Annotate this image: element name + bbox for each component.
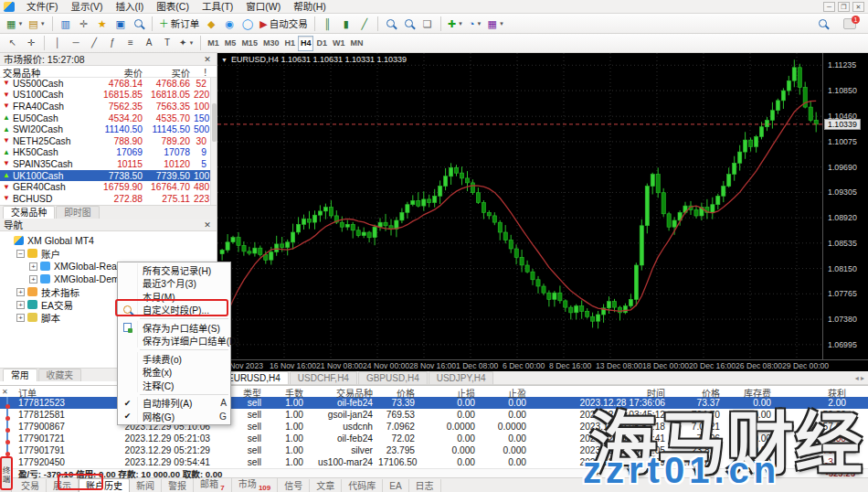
market-watch-row[interactable]: ▲EU50Cash4534.204535.70150 xyxy=(0,112,217,124)
timeframe-button-MN[interactable]: MN xyxy=(347,36,365,51)
close-icon[interactable]: ✕ xyxy=(202,55,213,64)
candlestick-chart[interactable] xyxy=(217,53,822,359)
bar-chart-type-button[interactable]: ║ xyxy=(319,16,337,32)
periods-button[interactable]: ◔▼ xyxy=(466,16,485,32)
terminal-tab-邮箱[interactable]: 邮箱 7 xyxy=(194,477,232,492)
timeframe-button-W1[interactable]: W1 xyxy=(330,36,348,51)
market-watch-row[interactable]: ▲HK50Cash17069170789 xyxy=(0,147,217,159)
menu-item-W[interactable]: 窗口(W) xyxy=(239,0,287,13)
expand-icon[interactable]: + xyxy=(16,301,25,309)
context-menu-item[interactable]: 税金(x) xyxy=(118,366,230,380)
market-watch-button[interactable]: ▥ xyxy=(57,16,75,32)
strategy-tester-button[interactable] xyxy=(130,16,148,32)
terminal-tab-新闻[interactable]: 新闻 xyxy=(130,479,162,492)
terminal-tab-EA[interactable]: EA xyxy=(383,479,408,492)
menu-item-H[interactable]: 帮助(H) xyxy=(287,0,333,13)
menu-item-T[interactable]: 工具(T) xyxy=(196,0,239,13)
website-button[interactable]: ◯ xyxy=(238,16,257,32)
horizontal-line-button[interactable]: ─ xyxy=(67,35,85,51)
tile-windows-button[interactable]: ❏ xyxy=(418,16,437,32)
market-watch-row[interactable]: ▼US100Cash16815.8516818.05220 xyxy=(0,90,217,102)
column-ask[interactable]: 买价 xyxy=(146,66,194,80)
expand-icon[interactable]: + xyxy=(29,275,37,283)
scrollbar[interactable] xyxy=(210,78,217,205)
timeframe-button-M30[interactable]: M30 xyxy=(260,36,282,51)
menu-item-C[interactable]: 图表(C) xyxy=(150,0,196,13)
terminal-tab-代码库[interactable]: 代码库 xyxy=(342,479,383,492)
navigator-item[interactable]: −账户 xyxy=(0,247,217,260)
menu-item-V[interactable]: 显示(V) xyxy=(64,0,109,13)
trendline-button[interactable]: ╱ xyxy=(85,35,103,51)
new-order-button[interactable]: ＋新订单 xyxy=(156,16,203,32)
chart-tab-usdchf[interactable]: USDCHF,H4 xyxy=(290,371,357,384)
navigator-button[interactable]: ★ xyxy=(93,16,111,32)
chevron-down-icon[interactable]: ▼ xyxy=(221,57,228,63)
terminal-button[interactable]: ▣ xyxy=(111,16,130,32)
market-watch-row[interactable]: ▲SWI20Cash11140.5011145.50500 xyxy=(0,123,217,135)
context-menu-item[interactable]: 本月(M) xyxy=(118,290,230,304)
close-icon[interactable]: ✕ xyxy=(202,220,213,230)
market-watch-row[interactable]: ▼NETH25Cash788.90789.2030 xyxy=(0,135,217,147)
timeframe-button-M5[interactable]: M5 xyxy=(222,36,239,51)
context-menu-item[interactable]: 手续费(o) xyxy=(118,352,230,366)
terminal-tab-账户历史[interactable]: 账户历史 xyxy=(79,478,130,492)
menu-item-F[interactable]: 文件(F) xyxy=(20,0,64,13)
fibonacci-button[interactable]: ƒ xyxy=(103,35,122,51)
vertical-line-button[interactable]: │ xyxy=(48,35,67,51)
line-chart-type-button[interactable]: ╱ xyxy=(355,16,374,32)
close-button[interactable]: ✕ xyxy=(852,2,864,12)
chart-tab-gbpusd[interactable]: GBPUSD,H4 xyxy=(358,371,428,384)
menu-item-I[interactable]: 插入(I) xyxy=(109,0,150,13)
column-symbol[interactable]: 交易品种 xyxy=(0,66,93,80)
crosshair-button[interactable]: ✛ xyxy=(22,35,40,51)
context-menu-item[interactable]: 保存为户口结单(S) xyxy=(118,321,230,335)
market-watch-row[interactable]: ▲UK100Cash7738.507739.50100 xyxy=(0,170,217,182)
terminal-tab-日志[interactable]: 日志 xyxy=(409,479,441,492)
notifications-button[interactable] xyxy=(841,16,859,32)
context-menu-item[interactable]: 自定义时段(P)... xyxy=(118,304,230,317)
chart-tab-usdjpy[interactable]: USDJPY,H4 xyxy=(429,371,494,384)
zoom-out-button[interactable] xyxy=(400,16,418,32)
market-watch-row[interactable]: ▼GER40Cash16759.9016764.70480 xyxy=(0,181,217,193)
close-icon[interactable]: ✕ xyxy=(2,388,8,396)
context-menu-item[interactable]: ✔网格(G)G xyxy=(118,410,230,423)
terminal-tab-信号[interactable]: 信号 xyxy=(278,479,310,492)
shapes-button[interactable]: ✦▼ xyxy=(176,35,196,51)
context-menu-item[interactable]: 注释(C) xyxy=(118,379,230,392)
context-menu-item[interactable]: 最近3个月(3) xyxy=(118,277,230,291)
column-bid[interactable]: 卖价 xyxy=(93,66,146,80)
navigator-tab-favorites[interactable]: 收藏夹 xyxy=(38,369,81,381)
market-watch-tab-symbols[interactable]: 交易品种 xyxy=(3,206,55,219)
context-menu-item[interactable]: 保存为详细户口结单(D) xyxy=(118,335,230,348)
market-watch-row[interactable]: ▼FRA40Cash7562.357563.35100 xyxy=(0,101,217,112)
context-menu-item[interactable]: ✔自动排列(A)A xyxy=(118,397,230,411)
chart-window[interactable]: 1.112351.108501.104601.100751.096901.093… xyxy=(217,53,868,371)
search-button[interactable] xyxy=(813,16,831,32)
terminal-tab-展示[interactable]: 展示 xyxy=(47,479,79,492)
context-menu-item[interactable]: 所有交易记录(H) xyxy=(118,263,230,277)
community-button[interactable]: ◉ xyxy=(220,16,238,32)
channel-button[interactable]: ≡ xyxy=(122,35,140,51)
label-button[interactable]: T xyxy=(158,35,176,51)
column-spread[interactable]: ! xyxy=(194,68,210,78)
expand-icon[interactable]: + xyxy=(16,288,25,296)
cursor-button[interactable]: ↖ xyxy=(4,35,22,51)
zoom-in-button[interactable] xyxy=(382,16,400,32)
timeframe-button-M15[interactable]: M15 xyxy=(238,36,260,51)
scrollbar-thumb[interactable] xyxy=(212,103,217,142)
terminal-tab-警报[interactable]: 警报 xyxy=(162,479,194,492)
templates-button[interactable]: ▦▼ xyxy=(484,16,506,32)
terminal-tab-文章[interactable]: 文章 xyxy=(310,479,342,492)
text-button[interactable]: A xyxy=(140,35,158,51)
navigator-item[interactable]: XM Global MT4 xyxy=(0,234,217,247)
market-watch-tab-tick[interactable]: 即时图 xyxy=(56,206,99,219)
minimize-button[interactable]: ─ xyxy=(823,2,835,12)
indicators-button[interactable]: ✚▼ xyxy=(445,16,466,32)
restore-button[interactable]: ❐ xyxy=(838,2,850,12)
auto-trading-button[interactable]: ▶自动交易 xyxy=(257,16,310,32)
terminal-vertical-caption[interactable]: 终端 xyxy=(0,457,12,492)
navigator-tab-common[interactable]: 常用 xyxy=(3,369,37,381)
data-window-button[interactable]: ✛ xyxy=(75,16,93,32)
chart-tab-scroll-arrows[interactable]: ◂ ▸ xyxy=(855,374,864,382)
history-row[interactable]: 1779017912023.12.29 05:21:29sell1.00silv… xyxy=(0,444,868,456)
